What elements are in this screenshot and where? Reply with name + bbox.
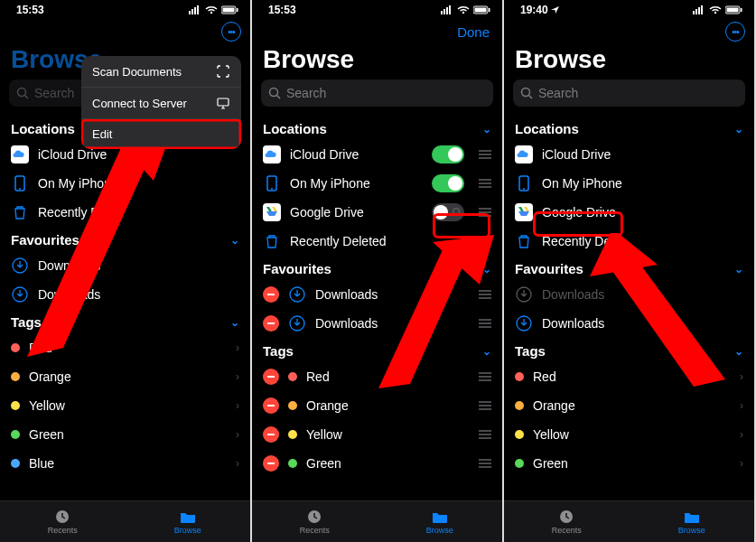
tab-label: Recents (48, 526, 78, 535)
reorder-handle-icon[interactable] (479, 290, 491, 299)
reorder-handle-icon[interactable] (479, 150, 491, 159)
tab-browse[interactable]: Browse (630, 501, 755, 542)
toggle-switch[interactable] (432, 145, 464, 164)
folder-icon (179, 509, 197, 525)
battery-icon (221, 5, 239, 14)
favourite-row-downloads[interactable]: Downloads (504, 280, 754, 309)
reorder-handle-icon[interactable] (479, 319, 491, 328)
row-label: iCloud Drive (38, 147, 107, 162)
toggle-switch[interactable] (432, 174, 464, 192)
done-button[interactable]: Done (457, 24, 493, 40)
svg-rect-41 (695, 9, 697, 14)
trash-icon (263, 232, 281, 250)
row-label: Red (29, 341, 52, 355)
remove-button[interactable] (263, 455, 279, 472)
tag-row[interactable]: Orange (252, 391, 502, 420)
location-arrow-icon (551, 5, 560, 14)
tag-dot-icon (515, 459, 524, 468)
location-row-on-my-iphone[interactable]: On My iPhone (0, 169, 250, 198)
tab-recents[interactable]: Recents (504, 501, 630, 542)
section-header-favourites[interactable]: Favourites ⌄ (504, 256, 754, 280)
toggle-switch[interactable] (432, 203, 464, 221)
context-menu: Scan Documents Connect to Server Edit (81, 56, 241, 149)
location-row-google-drive[interactable]: Google Drive (504, 198, 754, 227)
tag-row[interactable]: Orange› (0, 362, 250, 391)
search-input[interactable]: Search (513, 79, 745, 107)
tag-row[interactable]: Red (252, 362, 502, 391)
section-header-locations[interactable]: Locations ⌄ (504, 116, 754, 140)
tag-row[interactable]: Yellow› (0, 391, 250, 420)
tag-row[interactable]: Yellow› (504, 420, 754, 449)
more-options-button[interactable]: ••• (725, 22, 745, 42)
remove-button[interactable] (263, 397, 279, 414)
tab-browse[interactable]: Browse (126, 501, 251, 542)
svg-rect-16 (218, 98, 229, 106)
location-row-on-my-iphone[interactable]: On My iPhone (504, 169, 754, 198)
tag-row[interactable]: Red› (0, 333, 250, 362)
row-label: iCloud Drive (542, 147, 611, 162)
section-header-tags[interactable]: Tags ⌄ (0, 309, 250, 333)
row-label: Recently Deleted (290, 234, 387, 248)
favourite-row-downloads[interactable]: Downloads (252, 280, 502, 309)
menu-item-connect-to-server[interactable]: Connect to Server (81, 88, 241, 119)
location-row-icloud[interactable]: iCloud Drive (252, 140, 502, 169)
section-header-tags[interactable]: Tags ⌄ (504, 338, 754, 362)
location-row-recently-deleted[interactable]: Recently Deleted (252, 227, 502, 256)
section-header-tags[interactable]: Tags ⌄ (252, 338, 502, 362)
menu-item-scan-documents[interactable]: Scan Documents (81, 56, 241, 88)
location-row-icloud[interactable]: iCloud Drive (504, 140, 754, 169)
favourite-row-downloads[interactable]: Downloads (0, 280, 250, 309)
reorder-handle-icon[interactable] (479, 372, 491, 381)
tab-recents[interactable]: Recents (0, 501, 126, 542)
tab-browse[interactable]: Browse (378, 501, 503, 542)
remove-button[interactable] (263, 369, 279, 385)
more-options-button[interactable]: ••• (221, 22, 241, 42)
status-bar: 15:53 (252, 0, 502, 18)
remove-button[interactable] (263, 315, 279, 332)
tag-row[interactable]: Blue› (0, 449, 250, 478)
tag-row[interactable]: Orange› (504, 391, 754, 420)
chevron-down-icon: ⌄ (734, 263, 743, 276)
row-label: Yellow (29, 398, 65, 413)
tag-row[interactable]: Green (252, 449, 502, 478)
reorder-handle-icon[interactable] (479, 179, 491, 188)
svg-point-44 (714, 12, 716, 14)
tag-row[interactable]: Red› (504, 362, 754, 391)
search-input[interactable]: Search (261, 79, 493, 107)
reorder-handle-icon[interactable] (479, 237, 491, 246)
reorder-handle-icon[interactable] (479, 459, 491, 468)
location-row-recently-deleted[interactable]: Recently Del (504, 227, 754, 256)
tag-row[interactable]: Green› (504, 449, 754, 478)
reorder-handle-icon[interactable] (479, 208, 491, 217)
row-label: Downloads (542, 287, 604, 302)
svg-rect-7 (237, 8, 238, 12)
remove-button[interactable] (263, 286, 279, 303)
section-header-locations[interactable]: Locations ⌄ (252, 116, 502, 140)
favourite-row-downloads[interactable]: Downloads (504, 309, 754, 338)
svg-point-25 (462, 12, 464, 14)
row-label: Yellow (533, 427, 569, 442)
menu-item-edit[interactable]: Edit (81, 119, 241, 149)
row-label: Downloads (542, 316, 604, 331)
remove-button[interactable] (263, 426, 279, 443)
svg-rect-43 (701, 5, 703, 14)
location-row-recently-deleted[interactable]: Recently Del (0, 198, 250, 227)
location-row-on-my-iphone[interactable]: On My iPhone (252, 169, 502, 198)
tab-recents[interactable]: Recents (252, 501, 378, 542)
favourite-row-downloads[interactable]: Downloads (0, 251, 250, 280)
tag-row[interactable]: Green› (0, 420, 250, 449)
section-header-favourites[interactable]: Favourites ⌄ (252, 256, 502, 280)
search-icon (268, 87, 281, 99)
tag-row[interactable]: Yellow (252, 420, 502, 449)
tag-dot-icon (288, 372, 297, 381)
search-placeholder: Search (538, 86, 578, 100)
favourite-row-downloads[interactable]: Downloads (252, 309, 502, 338)
reorder-handle-icon[interactable] (479, 430, 491, 439)
trash-icon (515, 232, 533, 250)
location-row-google-drive[interactable]: Google Drive (252, 198, 502, 227)
folder-icon (683, 509, 701, 525)
tag-dot-icon (11, 401, 20, 410)
reorder-handle-icon[interactable] (479, 401, 491, 410)
section-header-favourites[interactable]: Favourites ⌄ (0, 227, 250, 251)
clock-icon (305, 509, 323, 525)
